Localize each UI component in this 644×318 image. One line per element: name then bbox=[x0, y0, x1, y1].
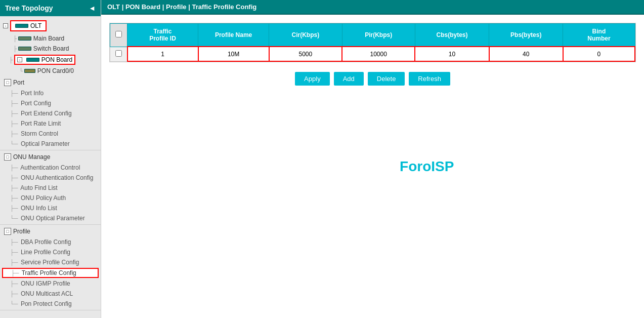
col-header-bind-number: BindNumber bbox=[563, 24, 635, 47]
cell-cir[interactable] bbox=[269, 47, 342, 61]
col-header-checkbox bbox=[110, 24, 127, 47]
pon-card-label: PON Card0/0 bbox=[37, 67, 74, 74]
olt-node[interactable]: OLT bbox=[10, 20, 47, 31]
apply-button[interactable]: Apply bbox=[295, 72, 330, 86]
tree-switch-board[interactable]: ├ Switch Board bbox=[9, 44, 101, 54]
nav-item-onu-info-list[interactable]: ├─ ONU Info List bbox=[0, 203, 101, 213]
nav-section-onu-manage: □ ONU Manage ├─ Authentication Control ├… bbox=[0, 150, 101, 225]
nav-item-traffic-profile[interactable]: ├─ Traffic Profile Config bbox=[2, 268, 99, 278]
watermark-before: Foro bbox=[400, 158, 431, 174]
pon-board-expand[interactable]: - bbox=[17, 57, 22, 62]
traffic-profile-table-wrapper: TrafficProfile ID Profile Name Cir(Kbps)… bbox=[109, 23, 636, 62]
main-board-label: Main Board bbox=[33, 35, 64, 42]
cell-cbs[interactable] bbox=[415, 47, 489, 61]
nav-item-dba-profile[interactable]: ├─ DBA Profile Config bbox=[0, 237, 101, 247]
breadcrumb-text: OLT | PON Board | Profile | Traffic Prof… bbox=[107, 3, 256, 11]
nav-group-port[interactable]: □ Port bbox=[0, 77, 101, 88]
nav-item-auto-find-list[interactable]: ├─ Auto Find List bbox=[0, 183, 101, 193]
action-buttons: Apply Add Delete Refresh bbox=[109, 72, 636, 86]
sidebar-body: - OLT ├ Main Board ├ Switch Board ├ bbox=[0, 16, 101, 312]
switch-board-label: Switch Board bbox=[33, 45, 69, 52]
input-cbs[interactable] bbox=[419, 51, 484, 58]
pon-card-icon bbox=[24, 69, 35, 73]
pon-board-node[interactable]: - PON Board bbox=[14, 55, 75, 65]
sidebar: Tree Topology ◄ - OLT ├ Main Board ├ Swi… bbox=[0, 0, 101, 318]
profile-expand-icon[interactable]: □ bbox=[4, 228, 11, 235]
nav-item-service-profile[interactable]: ├─ Service Profile Config bbox=[0, 257, 101, 267]
nav-item-onu-policy-auth[interactable]: ├─ ONU Policy Auth bbox=[0, 193, 101, 203]
col-header-pbs: Pbs(bytes) bbox=[489, 24, 563, 47]
add-button[interactable]: Add bbox=[334, 72, 364, 86]
nav-group-onu-manage-items: ├─ Authentication Control ├─ ONU Authent… bbox=[0, 163, 101, 223]
nav-item-auth-control[interactable]: ├─ Authentication Control bbox=[0, 163, 101, 173]
table-row bbox=[110, 47, 635, 61]
cell-profile-name[interactable] bbox=[198, 47, 269, 61]
tree-pon-board-row: ├ - PON Board bbox=[9, 54, 101, 66]
cell-pbs[interactable] bbox=[489, 47, 563, 61]
tree-olt-row: - OLT bbox=[0, 18, 101, 33]
switch-board-icon bbox=[18, 47, 31, 51]
col-header-pir: Pir(Kbps) bbox=[342, 24, 415, 47]
row-checkbox[interactable] bbox=[114, 50, 123, 57]
breadcrumb: OLT | PON Board | Profile | Traffic Prof… bbox=[101, 0, 644, 15]
traffic-profile-table: TrafficProfile ID Profile Name Cir(Kbps)… bbox=[110, 23, 635, 62]
input-traffic-profile-id[interactable] bbox=[132, 51, 194, 58]
watermark-highlight: I bbox=[431, 158, 435, 174]
col-header-cbs: Cbs(bytes) bbox=[415, 24, 489, 47]
col-header-profile-name: Profile Name bbox=[198, 24, 269, 47]
watermark: ForoISP bbox=[400, 158, 454, 175]
col-header-traffic-profile-id: TrafficProfile ID bbox=[127, 24, 198, 47]
watermark-after: SP bbox=[435, 158, 454, 174]
nav-item-line-profile[interactable]: ├─ Line Profile Config bbox=[0, 247, 101, 257]
nav-item-onu-optical-param[interactable]: └─ ONU Optical Parameter bbox=[0, 213, 101, 223]
nav-item-port-rate-limit[interactable]: ├─ Port Rate Limit bbox=[0, 118, 101, 129]
nav-item-onu-auth-config[interactable]: ├─ ONU Authentication Config bbox=[0, 173, 101, 183]
input-profile-name[interactable] bbox=[203, 51, 265, 58]
nav-group-port-label: Port bbox=[13, 79, 24, 86]
nav-group-profile-items: ├─ DBA Profile Config ├─ Line Profile Co… bbox=[0, 237, 101, 309]
nav-group-port-items: ├─ Port Info ├─ Port Config ├─ Port Exte… bbox=[0, 88, 101, 149]
input-pbs[interactable] bbox=[494, 51, 559, 58]
sidebar-collapse-arrow[interactable]: ◄ bbox=[89, 4, 96, 12]
select-all-checkbox[interactable] bbox=[115, 31, 122, 37]
nav-group-onu-manage-label: ONU Manage bbox=[13, 153, 50, 161]
nav-item-pon-protect-config[interactable]: └─ Pon Protect Config bbox=[0, 299, 101, 309]
nav-group-profile[interactable]: □ Profile bbox=[0, 226, 101, 237]
delete-button[interactable]: Delete bbox=[368, 72, 405, 86]
cell-bind-number[interactable] bbox=[563, 47, 635, 61]
tree-pon-card[interactable]: └ PON Card0/0 bbox=[9, 66, 101, 76]
nav-section-port: □ Port ├─ Port Info ├─ Port Config ├─ Po… bbox=[0, 76, 101, 150]
nav-item-onu-igmp-profile[interactable]: ├─ ONU IGMP Profile bbox=[0, 279, 101, 289]
pon-board-label: PON Board bbox=[41, 56, 72, 63]
nav-section-profile: □ Profile ├─ DBA Profile Config ├─ Line … bbox=[0, 225, 101, 310]
nav-item-onu-multicast-acl[interactable]: ├─ ONU Multicast ACL bbox=[0, 289, 101, 299]
sidebar-header: Tree Topology ◄ bbox=[0, 0, 101, 16]
olt-expand-icon[interactable]: - bbox=[3, 23, 8, 28]
tree-children: ├ Main Board ├ Switch Board ├ - PON Boar… bbox=[0, 33, 101, 76]
olt-label: OLT bbox=[30, 22, 41, 29]
main-content: OLT | PON Board | Profile | Traffic Prof… bbox=[101, 0, 644, 318]
cell-traffic-profile-id[interactable] bbox=[127, 47, 198, 61]
content-area: ForoISP TrafficProfile ID Profile Name C… bbox=[101, 15, 644, 318]
nav-item-port-extend-config[interactable]: ├─ Port Extend Config bbox=[0, 108, 101, 118]
nav-item-port-config[interactable]: ├─ Port Config bbox=[0, 98, 101, 108]
input-bind-number[interactable] bbox=[568, 51, 630, 58]
nav-item-optical-parameter[interactable]: └─ Optical Parameter bbox=[0, 139, 101, 149]
tree-main-board[interactable]: ├ Main Board bbox=[9, 33, 101, 44]
sidebar-title: Tree Topology bbox=[5, 4, 53, 12]
nav-group-profile-label: Profile bbox=[13, 228, 30, 235]
port-expand-icon[interactable]: □ bbox=[4, 79, 11, 86]
cell-pir[interactable] bbox=[342, 47, 415, 61]
input-cir[interactable] bbox=[274, 51, 337, 58]
onu-manage-expand-icon[interactable]: □ bbox=[4, 153, 11, 161]
olt-device-icon bbox=[15, 24, 28, 28]
col-header-cir: Cir(Kbps) bbox=[269, 24, 342, 47]
row-checkbox-cell bbox=[110, 47, 127, 61]
nav-group-onu-manage[interactable]: □ ONU Manage bbox=[0, 151, 101, 163]
pon-board-icon bbox=[26, 58, 39, 62]
nav-item-port-info[interactable]: ├─ Port Info bbox=[0, 88, 101, 98]
refresh-button[interactable]: Refresh bbox=[409, 72, 450, 86]
nav-item-storm-control[interactable]: ├─ Storm Control bbox=[0, 129, 101, 139]
input-pir[interactable] bbox=[347, 51, 410, 58]
main-board-icon bbox=[18, 36, 31, 41]
